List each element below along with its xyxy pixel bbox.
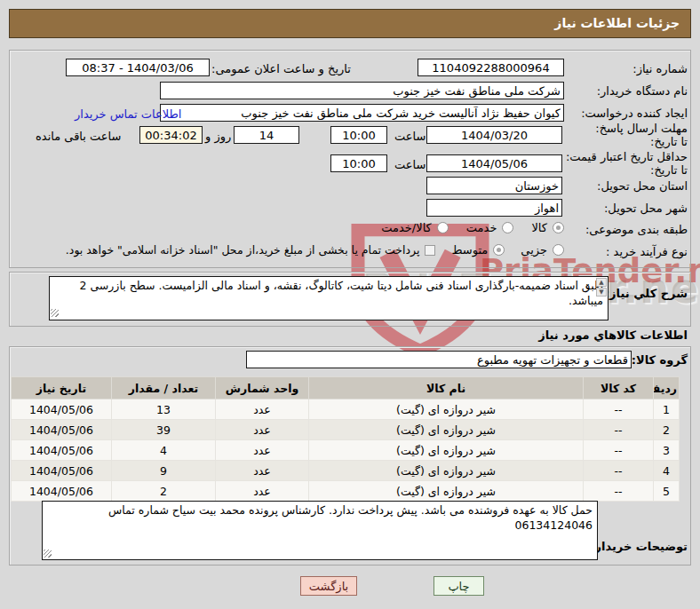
price-validity-time-input[interactable] — [330, 154, 387, 172]
scrollbar[interactable]: ▲ ▼ — [596, 278, 607, 297]
buyer-notes-textarea[interactable]: حمل کالا به عهده فروشنده می باشد. پیش پر… — [42, 501, 598, 560]
radio-option-goods-service[interactable]: کالا/خدمت — [381, 221, 449, 234]
table-header-row: ردیفکد کالانام کالاواحد شمارشتعداد / مقد… — [12, 377, 680, 399]
request-creator-input[interactable] — [160, 104, 564, 122]
treasury-checkbox-label: پرداخت تمام یا بخشی از مبلغ خرید،از محل … — [66, 243, 420, 257]
column-header: واحد شمارش — [216, 377, 309, 399]
buyer-org-label: نام دستگاه خریدار: — [597, 84, 688, 98]
scroll-up-icon[interactable]: ▲ — [596, 278, 607, 287]
checkbox-icon[interactable] — [425, 245, 435, 256]
goods-section-header: اطلاعات کالاهاي مورد نیاز — [538, 328, 688, 342]
remaining-countdown-box: 00:34:02 — [139, 126, 203, 144]
price-validity-hour-label: ساعت — [394, 158, 426, 171]
city-label: شهر محل تحویل: — [604, 202, 688, 215]
request-creator-label: ایجاد کننده درخواست: — [581, 107, 688, 120]
radio-icon[interactable] — [437, 222, 449, 233]
price-validity-date-input[interactable] — [426, 154, 562, 172]
description-textarea[interactable]: طبق اسناد ضمیمه-بارگذاری اسناد فنی شامل … — [49, 276, 609, 320]
radio-label: کالا/خدمت — [381, 221, 432, 234]
radio-label: جزیی — [521, 243, 547, 257]
column-header: ردیف — [654, 377, 680, 399]
announce-datetime-input[interactable] — [66, 59, 210, 76]
process-type-label: نوع فرآیند خرید : — [606, 245, 688, 258]
goods-group-input[interactable] — [246, 351, 632, 368]
city-input[interactable] — [426, 199, 562, 217]
buyer-org-input[interactable] — [160, 82, 564, 99]
radio-option-service[interactable]: خدمت — [466, 221, 514, 234]
response-deadline-label: مهلت ارسال پاسخ: تا تاریخ: — [588, 122, 688, 148]
print-button[interactable]: چاپ — [434, 576, 484, 596]
price-validity-label: حداقل تاریخ اعتبار قیمت: تا تاریخ: — [561, 150, 688, 177]
remaining-days-label: روز و — [205, 130, 231, 143]
classification-label: طبقه بندی موضوعی: — [585, 223, 688, 236]
radio-icon[interactable] — [553, 222, 564, 233]
table-row[interactable]: 1--شیر دروازه ای (گیت)عدد131404/05/06 — [12, 399, 680, 420]
table-row[interactable]: 3--شیر دروازه ای (گیت)عدد41404/05/06 — [12, 440, 680, 461]
radio-option-goods[interactable]: کالا — [531, 221, 564, 234]
radio-icon[interactable] — [553, 244, 564, 256]
radio-icon[interactable] — [493, 244, 505, 256]
announce-datetime-label: تاریخ و ساعت اعلان عمومی: — [211, 62, 351, 75]
province-label: استان محل تحویل: — [597, 179, 688, 193]
radio-icon[interactable] — [502, 222, 513, 233]
column-header: نام کالا — [309, 377, 584, 399]
response-deadline-hour-label: ساعت — [394, 130, 426, 143]
table-row[interactable]: 5--شیر دروازه ای (گیت)عدد21404/05/06 — [12, 481, 680, 502]
need-number-label: شماره نیاز: — [632, 62, 688, 75]
table-row[interactable]: 2--شیر دروازه ای (گیت)عدد391404/05/06 — [12, 420, 680, 440]
page-title: جزئیات اطلاعات نیاز — [9, 9, 691, 38]
classification-radio-group: کالا خدمت کالا/خدمت — [386, 221, 564, 234]
back-button[interactable]: بازگشت — [300, 576, 357, 596]
buyer-notes-label: توضیحات خریدار: — [590, 540, 688, 553]
buyer-contact-link[interactable]: اطلاعات تماس خریدار — [75, 107, 181, 121]
need-details-page: PriaTender.neT PriaTender.neT جزئیات اطل… — [0, 0, 700, 609]
province-input[interactable] — [426, 177, 562, 194]
radio-label: خدمت — [466, 221, 497, 234]
description-label: شرح کلي نیاز: — [605, 287, 688, 300]
radio-option-medium[interactable]: متوسط — [451, 243, 505, 257]
remaining-days-box: 14 — [234, 126, 299, 144]
resize-handle-icon[interactable] — [51, 309, 59, 317]
treasury-checkbox-option[interactable]: پرداخت تمام یا بخشی از مبلغ خرید،از محل … — [66, 243, 436, 257]
radio-label: کالا — [531, 221, 547, 234]
scroll-down-icon[interactable]: ▼ — [596, 288, 607, 297]
goods-table: ردیفکد کالانام کالاواحد شمارشتعداد / مقد… — [11, 376, 680, 502]
goods-table-wrap: ردیفکد کالانام کالاواحد شمارشتعداد / مقد… — [31, 376, 680, 502]
remaining-suffix-label: ساعت باقی مانده — [36, 130, 121, 143]
column-header: تاریخ نیاز — [12, 377, 112, 399]
column-header: کد کالا — [584, 377, 654, 399]
goods-group-label: گروه کالا: — [632, 353, 688, 367]
response-deadline-date-input[interactable] — [426, 126, 562, 144]
table-row[interactable]: 4--شیر دروازه ای (گیت)عدد91404/05/06 — [12, 461, 680, 481]
need-number-input[interactable] — [418, 59, 564, 76]
radio-label: متوسط — [451, 243, 488, 257]
column-header: تعداد / مقدار — [112, 377, 216, 399]
response-deadline-time-input[interactable] — [330, 126, 387, 144]
process-type-radio-group: جزیی متوسط پرداخت تمام یا بخشی از مبلغ خ… — [49, 243, 564, 257]
radio-option-minor[interactable]: جزیی — [521, 243, 564, 257]
resize-handle-icon[interactable] — [44, 550, 52, 558]
